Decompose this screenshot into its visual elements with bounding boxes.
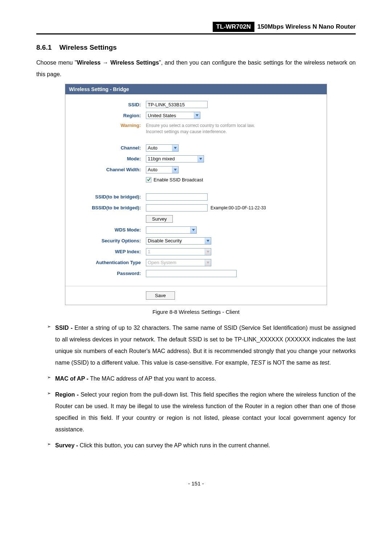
panel-title: Wireless Setting - Bridge xyxy=(65,84,327,94)
chevron-down-icon xyxy=(205,249,211,255)
svg-marker-0 xyxy=(196,114,199,116)
bssid-bridge-input[interactable] xyxy=(146,204,208,212)
figure-caption: Figure 8-8 Wireless Settings - Client xyxy=(36,309,356,315)
svg-marker-1 xyxy=(174,147,177,149)
mode-select[interactable]: 11bgn mixed xyxy=(146,155,204,163)
bullet-icon: ➢ xyxy=(47,440,55,451)
svg-marker-7 xyxy=(207,262,209,264)
ssid-broadcast-label: Enable SSID Broadcast xyxy=(154,177,203,182)
ssid-bridge-input[interactable] xyxy=(146,193,208,201)
svg-marker-3 xyxy=(174,169,177,171)
chevron-down-icon xyxy=(172,145,178,151)
chevron-down-icon xyxy=(172,167,178,173)
warning-text: Ensure you select a correct country to c… xyxy=(146,123,266,135)
list-item: ➢ Region - Select your region from the p… xyxy=(47,389,356,435)
intro-paragraph: Choose menu "Wireless → Wireless Setting… xyxy=(36,57,356,80)
chevron-down-icon xyxy=(205,259,211,266)
bullet-icon: ➢ xyxy=(47,373,55,385)
page-number: - 151 - xyxy=(36,480,356,487)
channel-width-select[interactable]: Auto xyxy=(146,166,179,173)
section-number: 8.6.1 xyxy=(36,44,52,51)
ssid-input[interactable] xyxy=(146,101,208,108)
save-button[interactable]: Save xyxy=(146,291,175,300)
svg-marker-6 xyxy=(207,251,209,253)
chevron-down-icon xyxy=(197,156,204,162)
label-warning: Warning: xyxy=(72,123,146,128)
label-wds-mode: WDS Mode: xyxy=(72,227,146,233)
label-region: Region: xyxy=(72,113,146,118)
term-mac: MAC of AP - xyxy=(55,376,90,382)
security-options-select[interactable]: Disable Security xyxy=(146,237,211,245)
label-mode: Mode: xyxy=(72,156,146,161)
region-select[interactable]: United States xyxy=(146,112,200,119)
svg-marker-2 xyxy=(199,158,202,160)
term-region: Region - xyxy=(55,391,81,398)
list-item: ➢ MAC of AP - The MAC address of AP that… xyxy=(47,373,356,385)
chevron-down-icon xyxy=(190,227,196,233)
bssid-example: Example:00-1D-0F-11-22-33 xyxy=(211,205,266,210)
survey-button[interactable]: Survey xyxy=(146,215,173,223)
wep-index-select: 1 xyxy=(146,248,211,255)
check-icon xyxy=(146,177,151,182)
section-title-text: Wireless Settings xyxy=(59,44,117,51)
chevron-down-icon xyxy=(194,112,200,119)
label-wep-index: WEP Index: xyxy=(72,249,146,254)
svg-marker-5 xyxy=(207,240,209,242)
channel-select[interactable]: Auto xyxy=(146,144,179,152)
chevron-down-icon xyxy=(205,238,211,244)
model-badge: TL-WR702N xyxy=(213,22,254,32)
term-survey: Survey - xyxy=(55,442,80,448)
label-security-options: Security Options: xyxy=(72,238,146,243)
label-password: Password: xyxy=(72,271,146,276)
svg-marker-4 xyxy=(192,229,195,231)
term-ssid: SSID - xyxy=(55,325,74,331)
bullet-icon: ➢ xyxy=(47,389,55,435)
header-title: 150Mbps Wireless N Nano Router xyxy=(257,23,356,30)
page-header: TL-WR702N 150Mbps Wireless N Nano Router xyxy=(36,22,356,34)
ssid-broadcast-checkbox[interactable] xyxy=(146,177,151,182)
label-auth-type: Authentication Type xyxy=(72,260,146,265)
label-bssid-bridge: BSSID(to be bridged): xyxy=(72,205,146,210)
label-ssid: SSID: xyxy=(72,102,146,107)
label-channel-width: Channel Width: xyxy=(72,167,146,172)
section-heading: 8.6.1 Wireless Settings xyxy=(36,44,356,52)
wds-mode-select[interactable] xyxy=(146,226,197,234)
list-item: ➢ SSID - Enter a string of up to 32 char… xyxy=(47,322,356,369)
password-input[interactable] xyxy=(146,270,237,277)
label-channel: Channel: xyxy=(72,145,146,151)
list-item: ➢ Survey - Click this button, you can su… xyxy=(47,440,356,451)
description-list: ➢ SSID - Enter a string of up to 32 char… xyxy=(47,322,356,451)
bullet-icon: ➢ xyxy=(47,322,55,369)
settings-figure: Wireless Setting - Bridge SSID: Region: … xyxy=(65,84,327,305)
auth-type-select: Open System xyxy=(146,259,211,266)
label-ssid-bridge: SSID(to be bridged): xyxy=(72,194,146,200)
